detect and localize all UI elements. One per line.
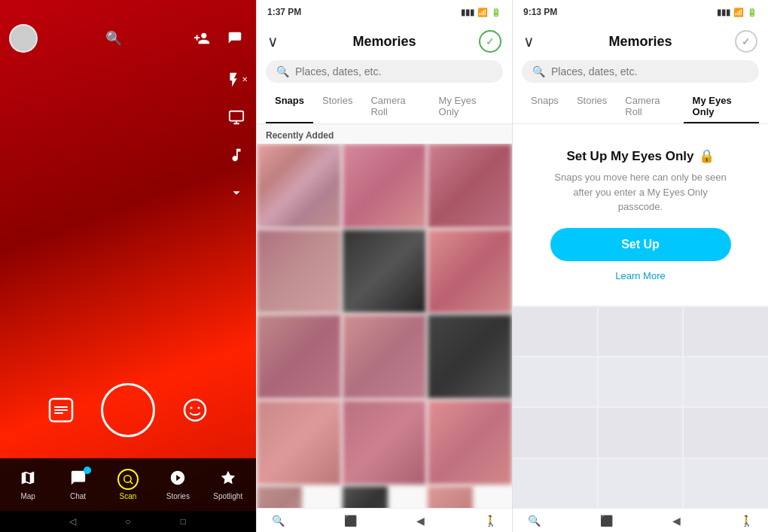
memories-header: ∨ Memories ✓ (257, 24, 512, 56)
memories-tabs-2: Snaps Stories Camera Roll My Eyes Only (513, 89, 768, 124)
chat-icon (70, 470, 87, 490)
setup-button[interactable]: Set Up (550, 228, 731, 261)
memories-title: Memories (290, 34, 479, 50)
panel-memories-myeyes: 9:13 PM ▮▮▮ 📶 🔋 ∨ Memories ✓ 🔍 Snaps Sto… (512, 0, 768, 532)
photo-cell[interactable] (257, 144, 341, 228)
nav-scan[interactable]: Scan (108, 469, 148, 500)
zoom-icon-2[interactable]: 🔍 (528, 515, 541, 527)
photo-cell[interactable] (428, 400, 512, 485)
home-circle[interactable]: ○ (121, 515, 135, 528)
svg-point-4 (198, 407, 200, 409)
photo-cell[interactable] (428, 230, 512, 314)
nav-map[interactable]: Map (8, 470, 47, 500)
music-icon[interactable] (224, 143, 248, 167)
nav-stories[interactable]: Stories (158, 470, 197, 500)
empty-cell (599, 357, 683, 406)
tab-snaps-2[interactable]: Snaps (522, 89, 568, 123)
camera-viewfinder (0, 56, 256, 458)
stories-icon (169, 470, 186, 490)
bottom-navigation: Map Chat Scan (0, 458, 256, 511)
back-nav-2[interactable]: ⬛ (600, 515, 613, 527)
recents-square[interactable]: □ (176, 515, 190, 528)
spotlight-label: Spotlight (213, 492, 242, 500)
search-bar[interactable]: 🔍 (266, 60, 503, 83)
battery-icon-2: 🔋 (747, 8, 757, 17)
back-arrow-nav-2[interactable]: ◀ (672, 515, 681, 527)
shutter-button[interactable] (101, 383, 155, 437)
status-icons-2: ▮▮▮ 📶 🔋 (717, 8, 757, 17)
photo-cell[interactable] (343, 230, 427, 314)
learn-more-link[interactable]: Learn More (615, 270, 665, 281)
battery-icon: 🔋 (491, 8, 501, 17)
nav-spotlight[interactable]: Spotlight (209, 470, 248, 500)
photo-cell[interactable] (343, 315, 427, 399)
panel-memories-snaps: 1:37 PM ▮▮▮ 📶 🔋 ∨ Memories ✓ 🔍 Snaps Sto… (256, 0, 512, 532)
stories-label: Stories (166, 492, 190, 500)
tab-camera-roll[interactable]: Camera Roll (361, 89, 429, 123)
photo-cell[interactable] (428, 315, 512, 399)
tab-stories-2[interactable]: Stories (568, 89, 616, 123)
photo-grid (257, 144, 512, 508)
select-button-2[interactable]: ✓ (735, 30, 757, 53)
nav-chat[interactable]: Chat (59, 470, 98, 500)
status-icons: ▮▮▮ 📶 🔋 (461, 8, 501, 17)
tab-stories[interactable]: Stories (313, 89, 361, 123)
person-nav-2[interactable]: 🚶 (740, 515, 753, 527)
wifi-icon-2: 📶 (733, 8, 744, 17)
tab-my-eyes-only[interactable]: My Eyes Only (430, 89, 503, 123)
photo-cell[interactable] (343, 400, 427, 485)
chevron-down-icon[interactable] (224, 181, 248, 205)
tab-my-eyes-only-2[interactable]: My Eyes Only (684, 89, 759, 123)
chat-label: Chat (70, 492, 86, 500)
add-friend-icon[interactable] (190, 26, 214, 50)
search-area: 🔍 (257, 56, 512, 89)
bottom-bar-2: 🔍 ⬛ ◀ 🚶 (513, 508, 768, 532)
back-button[interactable]: ∨ (267, 32, 290, 50)
empty-cell (513, 307, 597, 356)
myeyes-container: Set Up My Eyes Only 🔒 Snaps you move her… (513, 124, 768, 508)
memories-icon[interactable] (45, 394, 77, 426)
search-icon[interactable]: 🔍 (102, 26, 126, 50)
back-nav[interactable]: ⬛ (344, 515, 357, 527)
flash-icon[interactable]: ✕ (224, 68, 248, 92)
photo-cell[interactable] (343, 144, 427, 228)
back-arrow-nav[interactable]: ◀ (416, 515, 425, 527)
camera-top-bar: 🔍 (0, 21, 256, 56)
tab-snaps[interactable]: Snaps (266, 89, 313, 123)
camera-controls (45, 383, 211, 446)
recently-added-label: Recently Added (257, 124, 512, 144)
tab-camera-roll-2[interactable]: Camera Roll (616, 89, 683, 123)
memories-header-2: ∨ Memories ✓ (513, 24, 768, 56)
back-button-2[interactable]: ∨ (523, 32, 546, 50)
photo-cell[interactable] (428, 486, 473, 508)
wifi-icon: 📶 (477, 8, 488, 17)
bottom-bar: 🔍 ⬛ ◀ 🚶 (257, 508, 512, 532)
back-arrow[interactable]: ◁ (66, 515, 80, 528)
photo-cell[interactable] (257, 400, 341, 485)
timer-icon[interactable] (224, 105, 248, 129)
search-bar-2[interactable]: 🔍 (522, 60, 759, 83)
status-time-2: 9:13 PM (523, 7, 557, 17)
emoji-icon[interactable] (179, 394, 211, 426)
photo-cell[interactable] (257, 315, 341, 399)
search-input-2[interactable] (551, 65, 748, 78)
memories-status-bar-2: 9:13 PM ▮▮▮ 📶 🔋 (513, 0, 768, 24)
myeyes-description: Snaps you move here can only be seen aft… (550, 170, 731, 214)
empty-cell (684, 459, 768, 508)
zoom-icon[interactable]: 🔍 (272, 515, 285, 527)
map-icon (20, 470, 36, 490)
bitmoji-icon[interactable] (223, 26, 247, 50)
empty-cell (599, 307, 683, 356)
search-input[interactable] (295, 65, 492, 78)
photo-cell[interactable] (428, 144, 512, 228)
lock-emoji: 🔒 (699, 148, 715, 164)
signal-icon-2: ▮▮▮ (717, 8, 730, 17)
select-button[interactable]: ✓ (479, 30, 501, 53)
empty-cell (513, 408, 597, 457)
photo-cell[interactable] (343, 486, 388, 508)
photo-cell[interactable] (257, 486, 302, 508)
empty-cell (599, 408, 683, 457)
person-nav[interactable]: 🚶 (484, 515, 497, 527)
photo-cell[interactable] (257, 230, 341, 314)
avatar[interactable] (9, 24, 38, 53)
